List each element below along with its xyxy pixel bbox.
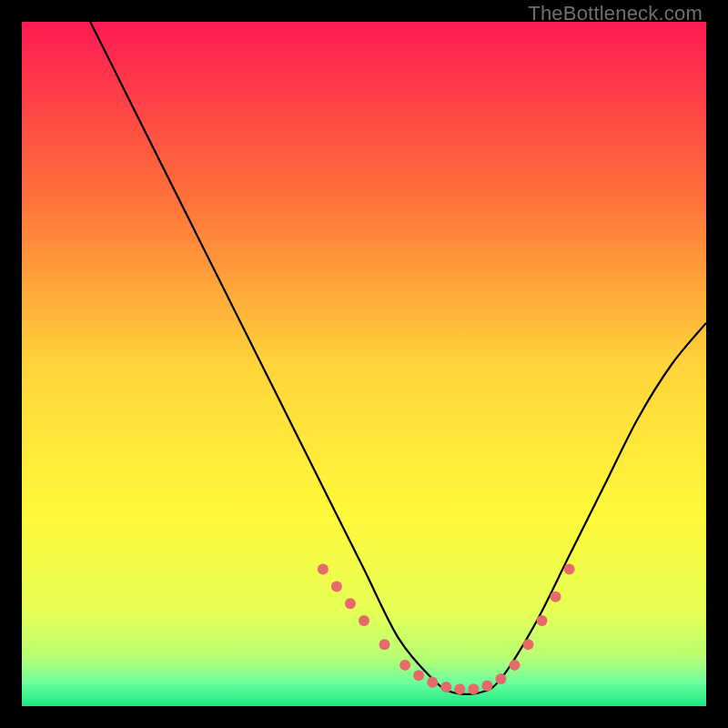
curve-marker	[551, 592, 561, 602]
curve-marker	[413, 670, 424, 681]
curve-marker	[331, 581, 342, 592]
curve-marker	[399, 660, 410, 671]
curve-marker	[537, 615, 548, 626]
curve-marker	[427, 677, 438, 688]
curve-marker	[454, 683, 465, 694]
chart-frame	[22, 22, 706, 706]
curve-marker	[481, 680, 492, 691]
curve-marker	[522, 639, 533, 650]
curve-marker	[318, 564, 329, 575]
curve-marker	[509, 660, 520, 671]
curve-marker	[495, 673, 506, 684]
bottleneck-chart	[22, 22, 706, 706]
curve-marker	[359, 615, 369, 626]
curve-marker	[345, 598, 356, 609]
curve-marker	[379, 639, 390, 650]
curve-marker	[440, 682, 451, 693]
curve-marker	[468, 683, 479, 694]
curve-marker	[564, 564, 575, 575]
gradient-background	[22, 22, 706, 706]
